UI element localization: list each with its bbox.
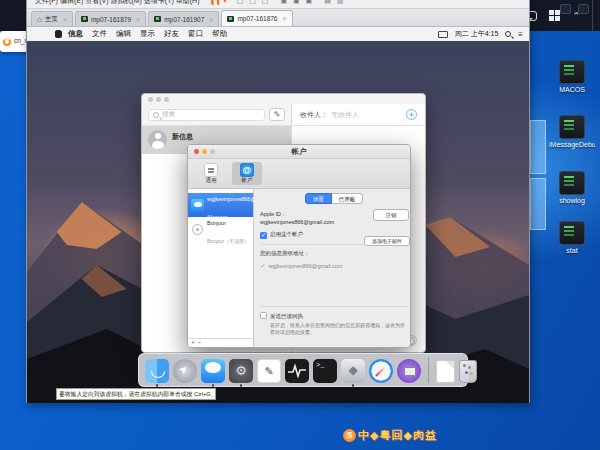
menu-file[interactable]: 文件 — [92, 29, 107, 39]
snapshot-icon[interactable]: ▣ ▣ ▣ — [280, 0, 314, 5]
vm-favicon — [154, 16, 161, 22]
zoom-icon[interactable] — [164, 97, 169, 102]
menubar-clock[interactable]: 周二 上午4:15 — [455, 29, 499, 39]
email-address: wgjkevinjones866@gmail.com — [268, 263, 342, 269]
conversation-title: 新信息 — [172, 132, 193, 142]
enable-account-label: 启用这个帐户 — [270, 231, 303, 237]
desktop-icon-imessagedebug[interactable]: iMessageDebug — [549, 115, 595, 149]
tab-mp07-161876-active[interactable]: mp07-161876 × — [221, 10, 292, 26]
textedit-icon[interactable]: ✎ — [257, 359, 281, 383]
menu-app[interactable]: 信息 — [68, 29, 83, 39]
running-dot — [240, 384, 243, 387]
app-shortcut-icon — [559, 171, 585, 195]
add-email-button[interactable]: 添加电子邮件 — [364, 236, 410, 246]
document-icon[interactable] — [436, 360, 455, 383]
add-contact-button[interactable]: + — [406, 109, 417, 120]
prefs-titlebar[interactable]: 帐户 — [188, 145, 410, 159]
close-icon[interactable]: × — [136, 16, 140, 23]
vm-favicon — [227, 16, 234, 22]
to-field[interactable]: 收件人： 无收件人 + — [292, 104, 425, 125]
trash-icon[interactable] — [459, 360, 477, 383]
tab-general[interactable]: 通用 — [196, 162, 226, 185]
launchpad-icon[interactable] — [173, 359, 197, 383]
vmware-toolbar: 文件(F) 编辑(E) 查看(V) 虚拟机(M) 选项卡(T) 帮助(H) ❚❚… — [27, 0, 529, 9]
show-desktop-button[interactable] — [592, 0, 594, 31]
apple-menu-icon[interactable] — [55, 30, 62, 38]
watermark: S 中◆粤回◆肉益 — [343, 428, 437, 443]
running-dot — [156, 384, 159, 387]
close-icon[interactable]: × — [63, 16, 67, 23]
activity-monitor-icon[interactable] — [285, 359, 309, 383]
menu-help[interactable]: 帮助 — [212, 29, 227, 39]
desktop-icon-showlog[interactable]: showlog — [549, 171, 595, 205]
add-remove-account-buttons[interactable]: + − — [188, 338, 253, 347]
desktop-icon-small[interactable] — [560, 4, 571, 14]
taskbar-grid-icon[interactable] — [549, 10, 560, 21]
checkbox-checked[interactable]: ✓ — [260, 232, 267, 239]
account-item-bonjour[interactable]: Bonjour Bonjour（不适用） — [188, 217, 253, 241]
tab-label: mp07-161876 — [237, 15, 277, 22]
messages-titlebar[interactable] — [142, 94, 425, 104]
close-icon[interactable] — [148, 97, 153, 102]
desktop-icon-macos[interactable]: MACOS — [549, 60, 595, 94]
avatar — [148, 130, 167, 149]
xcode-icon[interactable]: ◆ — [341, 359, 365, 383]
tab-home[interactable]: ⌂ 主页 × — [31, 11, 73, 26]
close-icon[interactable]: × — [283, 15, 287, 22]
menu-window[interactable]: 窗口 — [188, 29, 203, 39]
apple-id-value: wgjkevinjones866@gmail.com — [260, 219, 334, 225]
tab-label: mp07-161907 — [164, 16, 204, 23]
minimize-icon[interactable] — [156, 97, 161, 102]
spotlight-icon[interactable] — [505, 31, 511, 37]
terminal-icon[interactable]: >_ — [313, 359, 337, 383]
macos-menubar: 信息 文件 编辑 显示 好友 窗口 帮助 周二 上午4:15 ≡ — [27, 27, 529, 41]
vm-favicon — [81, 16, 88, 22]
tab-label: 帐户 — [232, 177, 262, 184]
compose-button[interactable]: ✎ — [269, 108, 285, 121]
reachable-row: 您的信息接收地址： — [260, 250, 408, 257]
read-receipts-row[interactable]: 发送已读回执 — [260, 312, 408, 320]
menu-view[interactable]: 显示 — [140, 29, 155, 39]
desktop-icon-stat[interactable]: stat — [549, 221, 595, 255]
panel-icons[interactable]: ▤ ▥ — [324, 0, 345, 5]
tab-mp07-161879[interactable]: mp07-161879 × — [75, 11, 146, 26]
account-settings-pane: 设置 已屏蔽 Apple ID：wgjkevinjones866@gmail.c… — [254, 189, 411, 347]
close-icon[interactable]: × — [209, 16, 213, 23]
app-shortcut-icon — [559, 221, 585, 245]
notification-center-icon[interactable]: ≡ — [518, 30, 523, 39]
desktop-icon-small-group[interactable] — [560, 4, 589, 14]
running-dot — [212, 384, 215, 387]
finder-icon[interactable] — [145, 359, 169, 383]
display-grid-icon[interactable]: ▢ ▢ ▢ — [237, 0, 271, 5]
remote-spinner-icon — [3, 38, 11, 46]
messages-dock-icon[interactable] — [201, 359, 225, 383]
system-preferences-icon[interactable]: ⚙ — [229, 359, 253, 383]
app-shortcut-icon — [559, 115, 585, 139]
home-icon: ⌂ — [37, 15, 42, 24]
screen-sharing-icon[interactable] — [397, 359, 421, 383]
prefs-toolbar: 通用 @ 帐户 — [188, 159, 410, 189]
at-icon: @ — [240, 163, 254, 177]
display-icon[interactable] — [438, 31, 448, 38]
desktop-icon-label: MACOS — [549, 86, 595, 94]
search-placeholder: 搜索 — [162, 110, 175, 119]
imessage-icon — [191, 199, 204, 212]
reachable-label: 您的信息接收地址： — [260, 250, 310, 256]
account-title: Bonjour — [207, 220, 226, 226]
menu-edit[interactable]: 编辑 — [116, 29, 131, 39]
read-receipts-description: 若开启，联系人会在您查阅他们的信息后获得通知，这会为所有对话启用此设置。 — [270, 322, 408, 336]
safari-icon[interactable] — [369, 359, 393, 383]
tab-mp07-161907[interactable]: mp07-161907 × — [148, 11, 219, 26]
menu-buddies[interactable]: 好友 — [164, 29, 179, 39]
pause-icon[interactable]: ❚❚ ▾ — [209, 0, 226, 5]
tab-accounts[interactable]: @ 帐户 — [232, 162, 262, 185]
desktop-icon-small[interactable] — [578, 4, 589, 14]
segment-settings[interactable]: 设置 — [305, 193, 332, 204]
vmware-tab-bar: ⌂ 主页 × mp07-161879 × mp07-161907 × mp07-… — [27, 9, 529, 27]
desktop-icon-label: iMessageDebug — [549, 141, 595, 149]
checkbox-unchecked[interactable] — [260, 312, 267, 319]
sign-out-button[interactable]: 注销 — [373, 209, 409, 221]
search-input[interactable]: 搜索 — [148, 109, 265, 121]
vmware-menus[interactable]: 文件(F) 编辑(E) 查看(V) 虚拟机(M) 选项卡(T) 帮助(H) — [35, 0, 199, 6]
segment-blocked[interactable]: 已屏蔽 — [332, 193, 364, 204]
